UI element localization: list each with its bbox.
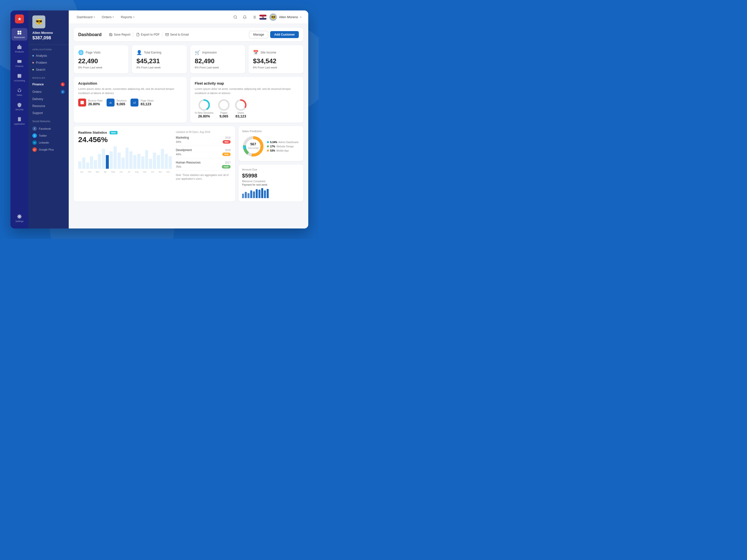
fleet-card: Fleet activity map Lorem ipsum dolor sit…	[190, 77, 303, 123]
fleet-metrics: % New Sessions 26.80% Pages 9,065	[195, 99, 299, 118]
fleet-pages-value: 9,065	[217, 114, 230, 118]
export-pdf-action[interactable]: Export to PDF	[134, 32, 162, 37]
reports-chevron-icon: ▾	[133, 16, 134, 19]
user-name: Allen Moreno	[32, 31, 65, 34]
rt-bar-5	[98, 154, 101, 169]
rt-bar-20	[157, 155, 160, 169]
stat-site-income: 📅 Site Income $34,542 6% From Last week	[249, 45, 303, 74]
search-button[interactable]	[231, 13, 239, 21]
svg-rect-3	[20, 33, 21, 34]
ad-bar-5	[256, 189, 258, 198]
right-column: Sales Prediction 567	[238, 126, 303, 202]
stat-total-earning: 👤 Total Earning $45,231 6% From Last wee…	[132, 45, 187, 74]
modules-section-label: MODULES	[28, 73, 69, 81]
svg-rect-10	[18, 117, 21, 122]
twitter-icon: t	[32, 133, 37, 138]
left-sidebar: 😎 Allen Moreno $387,098 APPLICATIONS Ana…	[28, 10, 69, 229]
page-visits-icon: 🌐	[78, 50, 84, 55]
ad-bar-9	[267, 189, 269, 198]
fleet-title: Fleet activity map	[195, 81, 299, 85]
rt-bar-0	[78, 161, 81, 169]
sidebar-item-products[interactable]: Products	[11, 43, 27, 55]
user-account-menu[interactable]: 😎 Allen Moreno ▾	[267, 12, 303, 22]
dashboard-chevron-icon: ▾	[94, 16, 95, 19]
bounce-rate-icon	[78, 99, 86, 107]
ad-bar-6	[258, 190, 260, 198]
module-link-finance[interactable]: Finance 1	[28, 81, 69, 88]
sidebar-item-accounting[interactable]: Accounting	[11, 72, 27, 84]
nav-dashboard[interactable]: Dashboard ▾	[74, 14, 98, 20]
sessions-value: 9,065	[117, 102, 127, 106]
middle-section: Acquisition Lorem ipsum dolor sit amet, …	[74, 77, 303, 123]
social-facebook[interactable]: f Facebook	[32, 125, 65, 132]
module-link-delivery[interactable]: Delivery	[28, 96, 69, 103]
legend-website-dot	[267, 145, 269, 148]
realtime-note: Note: These statistics are aggregates ov…	[176, 173, 231, 181]
rt-bar-16	[141, 156, 145, 169]
sales-prediction-donut: 567 Daily average	[242, 135, 264, 158]
add-customer-button[interactable]: Add Customer	[270, 31, 299, 38]
sidebar-item-security[interactable]: Security	[11, 100, 27, 113]
ad-bar-7	[261, 188, 263, 198]
social-twitter[interactable]: t Twitter	[32, 132, 65, 139]
googleplus-icon: g+	[32, 148, 37, 152]
rt-bar-22	[165, 154, 168, 169]
settings-button[interactable]	[250, 13, 258, 21]
module-link-support[interactable]: Support	[28, 109, 69, 116]
fleet-new-sessions: % New Sessions 26.80%	[195, 99, 213, 118]
total-earning-change: 6% From Last week	[136, 66, 182, 69]
fleet-new-sessions-value: 26.80%	[195, 114, 213, 118]
logo-button[interactable]: ★	[15, 15, 24, 23]
nav-orders[interactable]: Orders ▾	[99, 14, 117, 20]
ad-bar-1	[245, 192, 247, 198]
rt-bar-23	[169, 156, 172, 169]
rt-bar-17	[145, 150, 148, 169]
social-googleplus[interactable]: g+ Google Plus	[32, 146, 65, 153]
bottom-section: Realtime Statistics New 24.456% JanFebMa…	[74, 126, 303, 202]
social-linkedin[interactable]: in Linkedin	[32, 139, 65, 146]
metric-page-views: Page Views 83,123	[130, 99, 154, 107]
svg-rect-0	[18, 31, 20, 33]
save-report-action[interactable]: Save Report	[107, 32, 133, 37]
sales-prediction-card: Sales Prediction 567	[238, 126, 303, 161]
module-link-resource[interactable]: Resource	[28, 103, 69, 109]
fleet-users-label: Users	[234, 111, 247, 114]
amount-due-status: Milestone Completed	[242, 180, 300, 183]
sidebar-item-resources[interactable]: Resources	[11, 28, 27, 41]
rt-bar-3	[90, 156, 93, 169]
acquisition-desc: Lorem ipsum dolor sit amet, consectetur …	[78, 87, 182, 95]
send-email-action[interactable]: Send to Email	[163, 32, 191, 37]
dashboard-content: Dashboard Save Report Export to PDF Send…	[69, 24, 308, 229]
module-link-orders[interactable]: Orders 1	[28, 88, 69, 96]
amount-due-value: $5998	[242, 172, 300, 179]
settings-nav-item[interactable]: Settings	[14, 212, 26, 224]
orders-badge: 1	[61, 90, 65, 94]
manage-button[interactable]: Manage	[249, 31, 268, 38]
sidebar-link-problem[interactable]: Problem	[28, 59, 69, 66]
amount-due-next: Payment for next week	[242, 183, 300, 186]
fleet-pages-label: Pages	[217, 111, 230, 114]
flag-icon[interactable]: 🇺🇸	[259, 15, 266, 20]
social-networks-title: Social Networks	[32, 120, 65, 123]
svg-rect-4	[18, 46, 22, 49]
page-views-label: Page Views	[140, 99, 154, 102]
page-visits-change: 6% From Last week	[78, 66, 124, 69]
fleet-users: Users 83,123	[234, 99, 247, 118]
realtime-updated: Updated at 08:32pm. Aug 2018	[176, 131, 231, 133]
sessions-label: Sessions	[117, 99, 127, 102]
site-income-value: $34,542	[253, 57, 299, 65]
sidebar-item-finance[interactable]: Finance	[11, 57, 27, 70]
sidebar-link-analysis[interactable]: Analysis	[28, 52, 69, 59]
dashboard-header: Dashboard Save Report Export to PDF Send…	[74, 28, 303, 41]
user-balance: $387,098	[32, 35, 65, 41]
svg-text:Daily average: Daily average	[248, 147, 259, 149]
notifications-button[interactable]	[240, 13, 249, 21]
rt-bar-4	[94, 160, 97, 169]
site-income-icon: 📅	[253, 50, 258, 55]
page-visits-label: Page Visits	[86, 51, 101, 54]
nav-reports[interactable]: Reports ▾	[118, 14, 137, 20]
sidebar-item-application[interactable]: Application	[11, 115, 27, 127]
sidebar-link-search[interactable]: Search	[28, 66, 69, 73]
sidebar-item-sales[interactable]: Sales	[11, 86, 27, 98]
svg-rect-1	[20, 31, 21, 33]
